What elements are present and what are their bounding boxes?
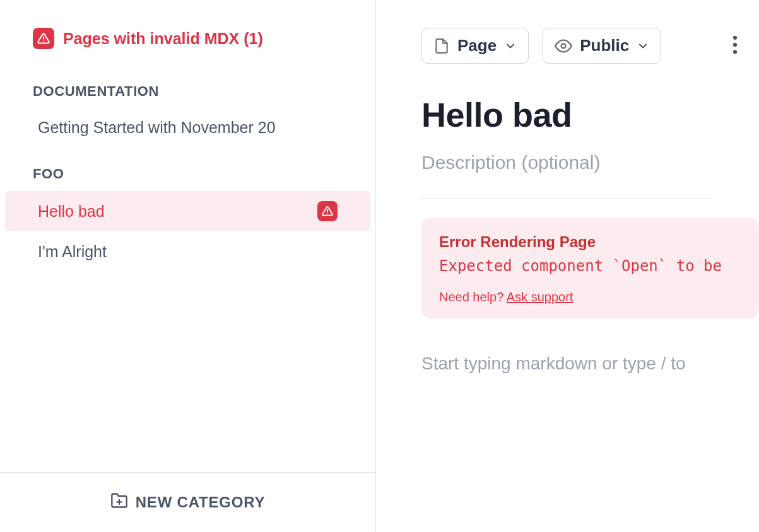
- more-menu-button[interactable]: [724, 30, 746, 62]
- sidebar-page-item[interactable]: I'm Alright: [5, 233, 370, 271]
- svg-point-8: [733, 42, 737, 46]
- new-category-button[interactable]: NEW CATEGORY: [0, 472, 375, 532]
- sidebar-page-item[interactable]: Getting Started with November 20: [5, 108, 370, 147]
- error-heading: Error Rendering Page: [439, 233, 741, 251]
- file-icon: [433, 38, 450, 54]
- main-panel: Page Public Hello bad Description (optio…: [376, 0, 759, 532]
- warning-icon: [317, 201, 338, 221]
- page-type-dropdown[interactable]: Page: [421, 28, 529, 64]
- invalid-mdx-label: Pages with invalid MDX (1): [63, 30, 263, 48]
- divider: [421, 199, 714, 199]
- sidebar: Pages with invalid MDX (1) DOCUMENTATION…: [0, 0, 376, 532]
- category-heading: FOO: [0, 148, 375, 190]
- sidebar-page-item[interactable]: Hello bad: [5, 191, 370, 231]
- ask-support-link[interactable]: Ask support: [507, 290, 574, 304]
- more-vertical-icon: [733, 35, 738, 54]
- warning-icon: [33, 28, 54, 49]
- toolbar: Page Public: [376, 28, 759, 64]
- eye-icon: [555, 37, 572, 55]
- sidebar-page-label: Hello bad: [38, 202, 105, 221]
- visibility-dropdown[interactable]: Public: [543, 28, 661, 64]
- folder-plus-icon: [110, 492, 128, 513]
- error-help-prefix: Need help?: [439, 290, 507, 304]
- page-type-label: Page: [457, 36, 497, 55]
- body-placeholder[interactable]: Start typing markdown or type / to: [376, 337, 759, 390]
- error-card: Error Rendering Page Expected component …: [421, 218, 759, 318]
- visibility-label: Public: [580, 36, 629, 55]
- svg-point-6: [562, 43, 566, 48]
- sidebar-scroll: Pages with invalid MDX (1) DOCUMENTATION…: [0, 0, 375, 472]
- sidebar-page-label: I'm Alright: [38, 243, 107, 261]
- invalid-mdx-warning[interactable]: Pages with invalid MDX (1): [0, 0, 375, 66]
- new-category-label: NEW CATEGORY: [136, 494, 266, 511]
- error-message: Expected component `Open` to be: [439, 257, 741, 275]
- svg-point-9: [733, 50, 737, 54]
- chevron-down-icon: [504, 40, 517, 52]
- chevron-down-icon: [637, 40, 649, 52]
- page-title[interactable]: Hello bad: [376, 64, 759, 141]
- svg-point-7: [733, 35, 737, 39]
- page-description-field[interactable]: Description (optional): [376, 141, 759, 199]
- category-heading: DOCUMENTATION: [0, 66, 375, 107]
- error-help: Need help? Ask support: [439, 290, 741, 304]
- sidebar-page-label: Getting Started with November 20: [38, 119, 276, 137]
